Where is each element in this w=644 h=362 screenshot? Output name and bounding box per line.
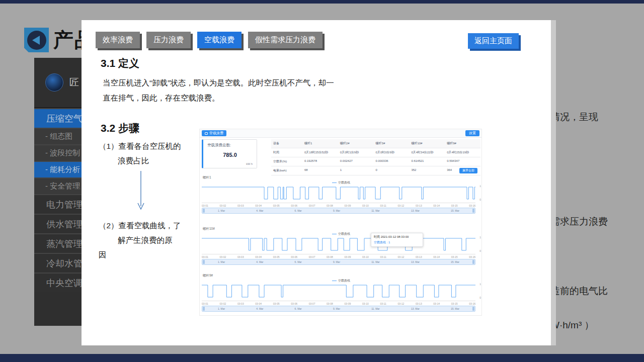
background-text-fragment: W·h/m³ ）: [550, 319, 594, 332]
chart-plot-area[interactable]: [202, 185, 475, 202]
top-chrome-bar: [0, 0, 644, 4]
unload-curve-chart: 螺杆9#空载曲线1003-0103-0203-0303-0403-0503-06…: [202, 274, 480, 319]
cell-value: 1: [338, 166, 374, 175]
cell-value: 0: [374, 166, 410, 175]
chart-tooltip: 时间 2021-03-12 08:33:00空载曲线 : 1: [371, 233, 423, 247]
dashboard-screenshot: 空载浪费 设置 空载浪费总数: 785.0 kW·h 设备螺杆1螺杆2#螺杆3#…: [199, 129, 482, 316]
datazoom-slider[interactable]: 1. Mar4. Mar6. Mar9. Mar11. Mar13. Mar15…: [202, 306, 475, 312]
cell-value: 0天18时25分52秒: [302, 148, 338, 157]
y-axis-tick: 1: [479, 283, 481, 286]
cell-value: 0.000336: [374, 157, 410, 166]
cell-value: 0.192578: [302, 157, 338, 166]
sidebar-brand-label: 匠: [69, 76, 79, 89]
background-text-fragment: 造前的电气比: [550, 285, 608, 298]
section-title-definition: 3.1 定义: [101, 56, 139, 70]
table-row: 空载率(%)0.1925780.0024270.0003360.6145210.…: [271, 157, 480, 166]
tab-2[interactable]: 压力浪费: [146, 32, 191, 48]
table-header-row: 设备螺杆1螺杆2#螺杆3#螺杆10#螺杆9#: [271, 139, 480, 148]
back-arrow-icon: [27, 31, 46, 50]
cell-value: 68: [302, 166, 338, 175]
legend-line-icon: [332, 183, 337, 183]
column-header: 螺杆1: [302, 139, 338, 148]
settings-button[interactable]: 设置: [465, 130, 479, 136]
legend-line-icon: [332, 281, 337, 281]
unload-waste-total-card: 空载浪费总数: 785.0 kW·h: [202, 139, 257, 168]
tab-3[interactable]: 空载浪费: [197, 32, 242, 48]
sidebar-logo-icon: [45, 73, 63, 92]
chart-plot-area[interactable]: [202, 283, 475, 300]
column-header: 设备: [271, 139, 302, 148]
product-logo: [24, 28, 49, 52]
chart-plot-area[interactable]: [202, 236, 475, 253]
y-axis-tick: 1: [479, 236, 481, 239]
chart-device-label: 螺杆9#: [203, 274, 213, 278]
column-header: 螺杆10#: [409, 139, 445, 148]
chart-device-label: 螺杆1: [203, 175, 211, 180]
y-axis-tick: 0: [479, 249, 481, 252]
cell-value: 0.594347: [445, 157, 480, 166]
device-waste-table: 设备螺杆1螺杆2#螺杆3#螺杆10#螺杆9# 时间0天18时25分52秒0天0时…: [271, 139, 480, 175]
unload-curve-chart: 螺杆1空载曲线1003-0103-0203-0303-0403-0503-060…: [202, 175, 480, 221]
waste-tabs: 效率浪费压力浪费空载浪费假性需求压力浪费: [96, 32, 323, 48]
x-axis-ticks: 03-0103-0203-0303-0403-0503-0603-0703-08…: [202, 254, 475, 258]
background-text-fragment: 情况，呈现: [550, 111, 598, 124]
cell-value: 352: [409, 166, 445, 175]
step-1-text: （1）查看各台空压机的 浪费占比: [99, 139, 194, 168]
cell-value: 0天0时0分9秒: [374, 148, 410, 157]
cell-value: 0天4时25分19秒: [445, 148, 480, 157]
dashboard-header: 空载浪费 设置: [200, 129, 481, 138]
datazoom-slider[interactable]: 1. Mar4. Mar6. Mar9. Mar11. Mar13. Mar15…: [202, 208, 475, 214]
step-2-text: （2）查看空载曲线，了 解产生浪费的原 因: [99, 218, 197, 262]
tab-1[interactable]: 效率浪费: [96, 32, 140, 48]
cell-value: 0天4时34分22秒: [409, 148, 445, 157]
table-row: 电量(kwh)6810352364: [271, 166, 480, 175]
bottom-chrome-bar: [0, 354, 644, 362]
tab-4[interactable]: 假性需求压力浪费: [248, 32, 323, 48]
background-text-fragment: 需求压力浪费: [550, 215, 608, 228]
cell-value: 0.614521: [409, 157, 445, 166]
row-label: 时间: [271, 148, 302, 157]
x-axis-ticks: 03-0103-0203-0303-0403-0503-0603-0703-08…: [202, 301, 475, 305]
expand-all-button[interactable]: 展开全部: [459, 168, 477, 173]
section-title-steps: 3.2 步骤: [101, 121, 139, 135]
chart-device-label: 螺杆10#: [203, 227, 215, 231]
folder-icon: [205, 132, 208, 135]
presentation-stage: 产品 匠 压缩空气- 组态图- 波段控制- 能耗分析- 安全管理电力管理供水管理…: [0, 0, 644, 362]
y-axis-tick: 0: [479, 296, 481, 299]
y-axis-tick: 1: [479, 185, 481, 188]
column-header: 螺杆3#: [374, 139, 410, 148]
down-arrow-icon: [135, 170, 147, 211]
dashboard-title-badge: 空载浪费: [202, 130, 226, 136]
row-label: 电量(kwh): [271, 166, 302, 175]
column-header: 螺杆2#: [338, 139, 374, 148]
unload-curve-chart: 螺杆10#空载曲线1003-0103-0203-0303-0403-0503-0…: [202, 227, 480, 272]
y-axis-tick: 0: [479, 198, 481, 201]
x-axis-ticks: 03-0103-0203-0303-0403-0503-0603-0703-08…: [202, 203, 475, 207]
cell-value: 0天0时1分9秒: [338, 148, 374, 157]
cell-value: 0.002427: [338, 157, 374, 166]
unit-label: kW·h: [246, 162, 253, 165]
column-header: 螺杆9#: [445, 139, 480, 148]
datazoom-slider[interactable]: 1. Mar4. Mar6. Mar9. Mar11. Mar13. Mar15…: [202, 259, 475, 265]
legend-line-icon: [332, 234, 337, 234]
table-row: 时间0天18时25分52秒0天0时1分9秒0天0时0分9秒0天4时34分22秒0…: [271, 148, 480, 157]
row-label: 空载率(%): [271, 157, 302, 166]
total-value: 785.0: [203, 152, 257, 158]
return-main-button[interactable]: 返回主页面: [468, 33, 519, 49]
definition-text: 当空压机进入“卸载”状态，即认为是空载。此时空压机不产气，却一 直在排气，因此，…: [103, 75, 334, 106]
